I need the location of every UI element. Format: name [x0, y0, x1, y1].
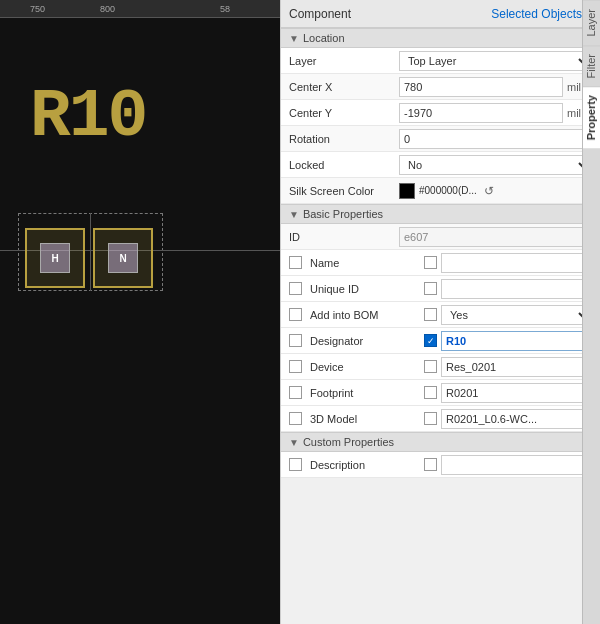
model-3d-row: 3D Model: [281, 406, 600, 432]
locked-row: Locked No: [281, 152, 600, 178]
component-pads: H N: [25, 228, 153, 288]
center-x-input[interactable]: [399, 77, 563, 97]
designator-value-area: [424, 331, 598, 351]
component-label-r10: R10: [30, 78, 146, 155]
rotation-label: Rotation: [289, 133, 399, 145]
add-bom-row: Add into BOM Yes: [281, 302, 600, 328]
model-3d-checkbox[interactable]: [424, 412, 437, 425]
name-row: Name: [281, 250, 600, 276]
footprint-checkbox[interactable]: [424, 386, 437, 399]
custom-arrow-icon: ▼: [289, 437, 299, 448]
pcb-content: R10 H N: [0, 18, 280, 624]
model-3d-left-checkbox[interactable]: [289, 412, 302, 425]
basic-section-title: Basic Properties: [303, 208, 383, 220]
unique-id-left-checkbox[interactable]: [289, 282, 302, 295]
add-bom-value-area: Yes: [424, 305, 592, 325]
designator-input[interactable]: [441, 331, 598, 351]
device-label: Device: [310, 361, 420, 373]
add-bom-checkbox[interactable]: [424, 308, 437, 321]
ruler-mark-750: 750: [30, 4, 45, 14]
center-y-value-area: mil: [399, 103, 592, 123]
footprint-value-area: ↺: [424, 383, 600, 403]
rotation-row: Rotation: [281, 126, 600, 152]
name-checkbox[interactable]: [424, 256, 437, 269]
silk-color-swatch[interactable]: [399, 183, 415, 199]
canvas-area: 750 800 58 R10 H N: [0, 0, 280, 624]
basic-arrow-icon: ▼: [289, 209, 299, 220]
name-label: Name: [310, 257, 420, 269]
ruler-mark-800: 800: [100, 4, 115, 14]
center-y-label: Center Y: [289, 107, 399, 119]
description-label: Description: [310, 459, 420, 471]
silk-color-text: #000000(D...: [419, 185, 477, 196]
silk-label: Silk Screen Color: [289, 185, 399, 197]
designator-left-checkbox[interactable]: [289, 334, 302, 347]
layer-value-area: Top Layer: [399, 51, 592, 71]
pad-1: H: [25, 228, 85, 288]
footprint-left-checkbox[interactable]: [289, 386, 302, 399]
designator-checkbox[interactable]: [424, 334, 437, 347]
footprint-label: Footprint: [310, 387, 420, 399]
location-section-header[interactable]: ▼ Location: [281, 28, 600, 48]
footprint-input[interactable]: [441, 383, 589, 403]
device-input[interactable]: [441, 357, 592, 377]
rotation-input[interactable]: [399, 129, 592, 149]
pad-2-inner: N: [108, 243, 138, 273]
center-y-input[interactable]: [399, 103, 563, 123]
footprint-row: Footprint ↺: [281, 380, 600, 406]
add-bom-left-checkbox[interactable]: [289, 308, 302, 321]
unique-id-value-area: [424, 279, 592, 299]
unique-id-checkbox[interactable]: [424, 282, 437, 295]
center-x-value-area: mil: [399, 77, 592, 97]
ruler-mark-58: 58: [220, 4, 230, 14]
locked-select[interactable]: No: [399, 155, 592, 175]
name-left-checkbox[interactable]: [289, 256, 302, 269]
description-checkbox[interactable]: [424, 458, 437, 471]
selected-objects-label: Selected Objects 1: [491, 7, 592, 21]
rotation-value-area: [399, 129, 592, 149]
description-left-checkbox[interactable]: [289, 458, 302, 471]
layer-select[interactable]: Top Layer: [399, 51, 592, 71]
pad-2: N: [93, 228, 153, 288]
device-left-checkbox[interactable]: [289, 360, 302, 373]
device-row: Device: [281, 354, 600, 380]
name-input[interactable]: [441, 253, 592, 273]
layer-row: Layer Top Layer: [281, 48, 600, 74]
id-value-area: [399, 227, 592, 247]
device-value-area: [424, 357, 592, 377]
center-x-label: Center X: [289, 81, 399, 93]
properties-panel: Component Selected Objects 1 ▼ Location …: [280, 0, 600, 624]
description-row: Description: [281, 452, 600, 478]
center-y-row: Center Y mil: [281, 100, 600, 126]
designator-row: Designator: [281, 328, 600, 354]
location-arrow-icon: ▼: [289, 33, 299, 44]
custom-section-title: Custom Properties: [303, 436, 394, 448]
unique-id-label: Unique ID: [310, 283, 420, 295]
model-3d-label: 3D Model: [310, 413, 420, 425]
component-header-label: Component: [289, 7, 351, 21]
add-bom-select[interactable]: Yes: [441, 305, 592, 325]
layer-tab[interactable]: Layer: [583, 0, 600, 45]
silk-color-refresh-icon[interactable]: ↺: [481, 183, 497, 199]
name-value-area: [424, 253, 592, 273]
designator-label: Designator: [310, 335, 420, 347]
unique-id-row: Unique ID: [281, 276, 600, 302]
location-section-title: Location: [303, 32, 345, 44]
panel-header: Component Selected Objects 1: [281, 0, 600, 28]
id-input[interactable]: [399, 227, 592, 247]
description-input[interactable]: [441, 455, 592, 475]
device-checkbox[interactable]: [424, 360, 437, 373]
locked-value-area: No: [399, 155, 592, 175]
description-value-area: [424, 455, 592, 475]
filter-tab[interactable]: Filter: [583, 45, 600, 86]
pad-1-inner: H: [40, 243, 70, 273]
id-row: ID: [281, 224, 600, 250]
id-label: ID: [289, 231, 399, 243]
custom-section-header[interactable]: ▼ Custom Properties: [281, 432, 600, 452]
center-x-row: Center X mil: [281, 74, 600, 100]
model-3d-input[interactable]: [441, 409, 592, 429]
side-tabs: Layer Filter Property: [582, 0, 600, 624]
property-tab[interactable]: Property: [583, 86, 600, 148]
basic-section-header[interactable]: ▼ Basic Properties: [281, 204, 600, 224]
unique-id-input[interactable]: [441, 279, 592, 299]
